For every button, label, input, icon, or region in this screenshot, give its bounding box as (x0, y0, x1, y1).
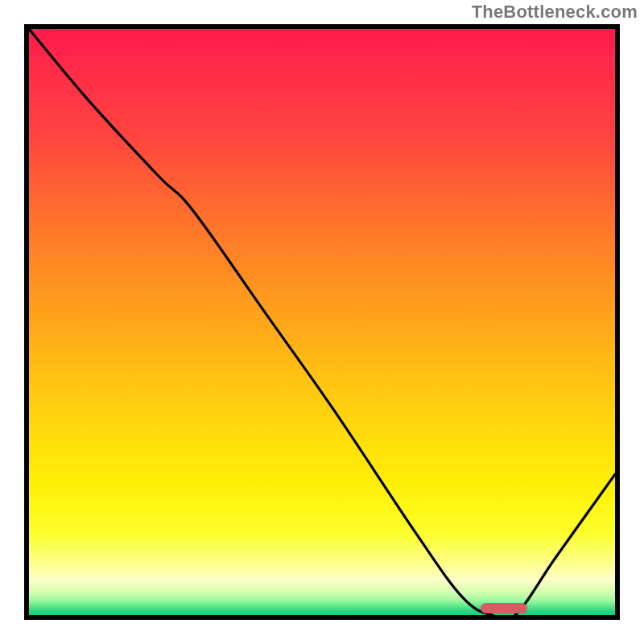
optimal-range-marker (481, 603, 527, 613)
plot-frame (24, 24, 620, 620)
attribution-label: TheBottleneck.com (472, 2, 638, 23)
bottleneck-curve-path (29, 29, 615, 615)
chart-container: TheBottleneck.com (0, 0, 644, 644)
bottleneck-curve (29, 29, 615, 615)
